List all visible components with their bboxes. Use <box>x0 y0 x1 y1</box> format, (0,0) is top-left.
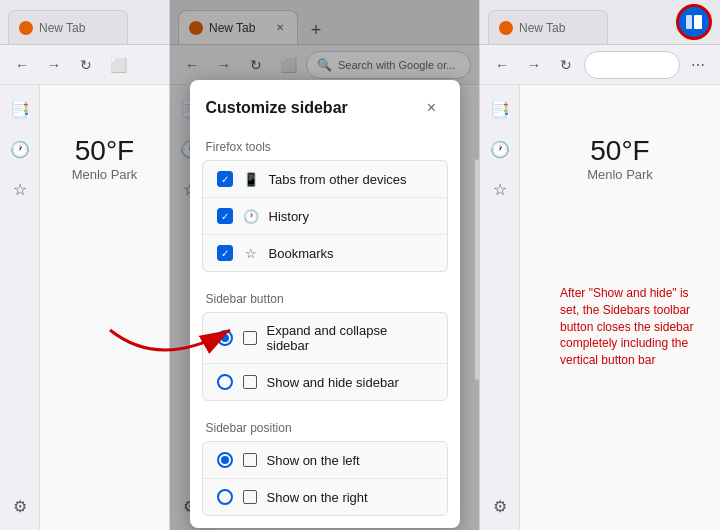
show-right-item[interactable]: Show on the right <box>203 479 447 515</box>
sidebar-btn-icon <box>685 13 703 31</box>
forward-btn-right[interactable]: → <box>520 51 548 79</box>
browser-right: New Tab ← → ↻ ⋯ 📑 🕐 ☆ ⚙ 50°F Menlo Park <box>480 0 720 530</box>
show-hide-label: Show and hide sidebar <box>267 375 399 390</box>
tab-bar-right: New Tab <box>480 0 720 45</box>
toolbar-left: ← → ↻ ⬜ <box>0 45 169 85</box>
expand-collapse-radio[interactable] <box>217 330 233 346</box>
show-left-label: Show on the left <box>267 453 360 468</box>
show-hide-item[interactable]: Show and hide sidebar <box>203 364 447 400</box>
svg-rect-0 <box>686 15 692 29</box>
annotation-text: After "Show and hide" is set, the Sideba… <box>560 285 710 369</box>
weather-location-right: Menlo Park <box>587 167 653 182</box>
browser-content-right: 📑 🕐 ☆ ⚙ 50°F Menlo Park After "Show and … <box>480 85 720 530</box>
modal-title: Customize sidebar <box>206 99 348 117</box>
sidebar-button-section: Expand and collapse sidebar Show and hid… <box>202 312 448 401</box>
weather-widget-left: 50°F Menlo Park <box>72 135 138 182</box>
browser-left: New Tab ← → ↻ ⬜ 📑 🕐 ☆ ⚙ 50°F Menlo Park <box>0 0 170 530</box>
weather-location-left: Menlo Park <box>72 167 138 182</box>
sidebar-icon-history-right[interactable]: 🕐 <box>484 133 516 165</box>
back-btn-right[interactable]: ← <box>488 51 516 79</box>
bookmarks-label: Bookmarks <box>269 246 334 261</box>
customize-sidebar-modal: Customize sidebar × Firefox tools ✓ 📱 Ta… <box>190 85 460 528</box>
tab-right[interactable]: New Tab <box>488 10 608 44</box>
show-right-radio[interactable] <box>217 489 233 505</box>
weather-widget-right: 50°F Menlo Park <box>587 135 653 182</box>
reload-btn-right[interactable]: ↻ <box>552 51 580 79</box>
history-checkbox[interactable]: ✓ <box>217 208 233 224</box>
modal-overlay: Customize sidebar × Firefox tools ✓ 📱 Ta… <box>170 85 479 530</box>
tab-label-right: New Tab <box>519 21 597 35</box>
sidebar-toolbar-btn-highlighted[interactable] <box>676 4 712 40</box>
show-left-icon <box>243 453 257 467</box>
show-right-icon <box>243 490 257 504</box>
main-content-left: 50°F Menlo Park <box>40 85 169 530</box>
tabs-other-devices-label: Tabs from other devices <box>269 172 407 187</box>
tab-label-left: New Tab <box>39 21 117 35</box>
modal-header: Customize sidebar × <box>190 85 460 132</box>
tabs-other-devices-item[interactable]: ✓ 📱 Tabs from other devices <box>203 161 447 198</box>
forward-btn-left[interactable]: → <box>40 51 68 79</box>
firefox-tools-section: ✓ 📱 Tabs from other devices ✓ 🕐 History … <box>202 160 448 272</box>
expand-collapse-icon <box>243 331 257 345</box>
sidebar-icon-settings-left[interactable]: ⚙ <box>4 490 36 522</box>
browser-middle: New Tab ✕ + ← → ↻ ⬜ 🔍 Search with Google… <box>170 0 480 530</box>
toolbar-right: ← → ↻ ⋯ <box>480 45 720 85</box>
sidebar-icon-bookmarks-right[interactable]: ☆ <box>484 173 516 205</box>
tab-left[interactable]: New Tab <box>8 10 128 44</box>
sidebar-position-label: Sidebar position <box>190 413 460 441</box>
weather-temp-right: 50°F <box>587 135 653 167</box>
sidebar-icons-right: 📑 🕐 ☆ ⚙ <box>480 85 520 530</box>
sidebar-icon-history-left[interactable]: 🕐 <box>4 133 36 165</box>
tab-favicon-left <box>19 21 33 35</box>
show-hide-icon <box>243 375 257 389</box>
browser-content-middle: 📑 🕐 ☆ ⚙ Customize sidebar × Firefox tool… <box>170 85 479 530</box>
show-left-item[interactable]: Show on the left <box>203 442 447 479</box>
show-hide-radio[interactable] <box>217 374 233 390</box>
main-content-right: 50°F Menlo Park After "Show and hide" is… <box>520 85 720 530</box>
page-icon-btn-left[interactable]: ⬜ <box>104 51 132 79</box>
expand-collapse-item[interactable]: Expand and collapse sidebar <box>203 313 447 364</box>
firefox-tools-label: Firefox tools <box>190 132 460 160</box>
sidebar-button-label: Sidebar button <box>190 284 460 312</box>
expand-collapse-label: Expand and collapse sidebar <box>267 323 433 353</box>
history-item[interactable]: ✓ 🕐 History <box>203 198 447 235</box>
sidebar-icon-settings-right[interactable]: ⚙ <box>484 490 516 522</box>
bookmarks-checkbox[interactable]: ✓ <box>217 245 233 261</box>
history-label: History <box>269 209 309 224</box>
browser-content-left: 📑 🕐 ☆ ⚙ 50°F Menlo Park <box>0 85 169 530</box>
modal-close-btn[interactable]: × <box>420 96 444 120</box>
bookmarks-item[interactable]: ✓ ☆ Bookmarks <box>203 235 447 271</box>
bookmarks-icon: ☆ <box>243 245 259 261</box>
sidebar-icon-bookmarks-left[interactable]: ☆ <box>4 173 36 205</box>
reload-btn-left[interactable]: ↻ <box>72 51 100 79</box>
sidebar-icons-left: 📑 🕐 ☆ ⚙ <box>0 85 40 530</box>
history-icon: 🕐 <box>243 208 259 224</box>
more-btn-right[interactable]: ⋯ <box>684 51 712 79</box>
tab-favicon-right <box>499 21 513 35</box>
tab-bar-left: New Tab <box>0 0 169 45</box>
back-btn-left[interactable]: ← <box>8 51 36 79</box>
tabs-other-devices-checkbox[interactable]: ✓ <box>217 171 233 187</box>
show-left-radio[interactable] <box>217 452 233 468</box>
search-bar-right[interactable] <box>584 51 680 79</box>
weather-temp-left: 50°F <box>72 135 138 167</box>
sidebar-icon-tabs-left[interactable]: 📑 <box>4 93 36 125</box>
svg-rect-1 <box>694 15 702 29</box>
show-right-label: Show on the right <box>267 490 368 505</box>
sidebar-icon-tabs-right[interactable]: 📑 <box>484 93 516 125</box>
sidebar-position-section: Show on the left Show on the right <box>202 441 448 516</box>
tabs-other-devices-icon: 📱 <box>243 171 259 187</box>
